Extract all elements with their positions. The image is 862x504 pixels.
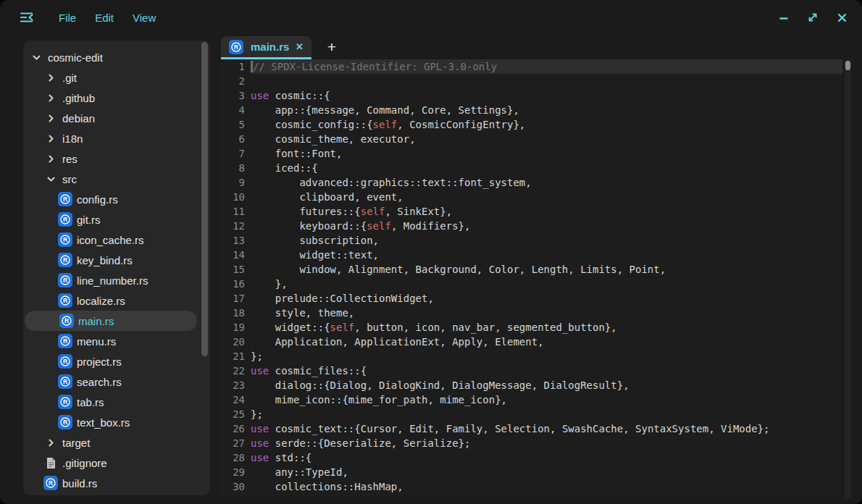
- code-line-4[interactable]: 4 app::{message, Command, Core, Settings…: [221, 103, 842, 117]
- code-line-21[interactable]: 21};: [221, 349, 842, 364]
- code-line-7[interactable]: 7 font::Font,: [221, 146, 842, 161]
- sidebar-item-main-rs[interactable]: Rmain.rs: [25, 311, 197, 331]
- window-controls: [769, 5, 856, 30]
- code-editor[interactable]: 1// SPDX-License-Identifier: GPL-3.0-onl…: [221, 59, 842, 498]
- line-number: 30: [221, 479, 251, 494]
- code-line-26[interactable]: 26use cosmic_text::{Cursor, Edit, Family…: [221, 421, 842, 436]
- line-number: 18: [221, 306, 251, 320]
- sidebar-item-build-rs[interactable]: Rbuild.rs: [23, 473, 197, 493]
- sidebar-item-i18n[interactable]: i18n: [23, 128, 197, 148]
- line-number: 5: [221, 117, 251, 132]
- rust-file-icon: R: [58, 212, 72, 227]
- sidebar-item-project-rs[interactable]: Rproject.rs: [23, 351, 197, 371]
- code-line-19[interactable]: 19 widget::{self, button, icon, nav_bar,…: [221, 320, 842, 335]
- code-text: [251, 74, 842, 88]
- editor-scrollbar-thumb[interactable]: [845, 61, 850, 70]
- code-line-27[interactable]: 27use serde::{Deserialize, Serialize};: [221, 436, 842, 450]
- code-text: cosmic_config::{self, CosmicConfigEntry}…: [251, 117, 842, 132]
- line-number: 2: [221, 74, 251, 88]
- sidebar-item-tab-rs[interactable]: Rtab.rs: [23, 392, 197, 412]
- editor-scrollbar-track[interactable]: [845, 59, 851, 498]
- sidebar-item-target[interactable]: target: [23, 432, 197, 453]
- code-line-9[interactable]: 9 advanced::graphics::text::font_system,: [221, 175, 842, 190]
- sidebar-item-git[interactable]: .git: [23, 67, 197, 88]
- sidebar-item-res[interactable]: res: [23, 148, 197, 169]
- sidebar-item-localize-rs[interactable]: Rlocalize.rs: [23, 290, 197, 311]
- chevron-right-icon[interactable]: [43, 151, 58, 166]
- collapse-sidebar-icon[interactable]: [17, 8, 36, 27]
- code-line-2[interactable]: 2: [221, 74, 842, 88]
- chevron-right-icon[interactable]: [43, 91, 58, 105]
- sidebar-item-label: search.rs: [77, 376, 122, 388]
- line-number: 27: [221, 436, 251, 450]
- sidebar-item-label: text_box.rs: [77, 416, 130, 429]
- code-line-14[interactable]: 14 widget::text,: [221, 248, 842, 262]
- minimize-button[interactable]: [769, 5, 798, 30]
- sidebar-item-key-bind-rs[interactable]: Rkey_bind.rs: [23, 250, 197, 270]
- code-line-13[interactable]: 13 subscription,: [221, 233, 842, 248]
- sidebar-item-menu-rs[interactable]: Rmenu.rs: [23, 331, 197, 351]
- line-number: 11: [221, 204, 251, 219]
- sidebar-item-config-rs[interactable]: Rconfig.rs: [23, 189, 197, 209]
- code-line-8[interactable]: 8 iced::{: [221, 161, 842, 175]
- sidebar-scrollbar-thumb[interactable]: [201, 42, 208, 356]
- code-line-23[interactable]: 23 dialog::{Dialog, DialogKind, DialogMe…: [221, 378, 842, 392]
- code-line-17[interactable]: 17 prelude::CollectionWidget,: [221, 291, 842, 306]
- code-line-16[interactable]: 16 },: [221, 277, 842, 291]
- code-line-28[interactable]: 28use std::{: [221, 450, 842, 465]
- code-line-15[interactable]: 15 window, Alignment, Background, Color,…: [221, 262, 842, 277]
- code-line-20[interactable]: 20 Application, ApplicationExt, Apply, E…: [221, 335, 842, 349]
- app-window: FileEditView cosmic-edit.git: [0, 0, 862, 504]
- code-text: Application, ApplicationExt, Apply, Elem…: [251, 335, 842, 349]
- chevron-right-icon[interactable]: [43, 435, 58, 450]
- svg-text:R: R: [63, 277, 67, 284]
- sidebar-item-cosmic-edit[interactable]: cosmic-edit: [23, 47, 197, 67]
- svg-text:R: R: [64, 317, 69, 324]
- maximize-button[interactable]: [798, 5, 827, 30]
- code-line-6[interactable]: 6 cosmic_theme, executor,: [221, 132, 842, 146]
- code-line-22[interactable]: 22use cosmic_files::{: [221, 364, 842, 378]
- new-tab-button[interactable]: +: [322, 38, 341, 56]
- chevron-right-icon[interactable]: [43, 111, 58, 125]
- close-button[interactable]: [827, 5, 856, 30]
- code-line-12[interactable]: 12 keyboard::{self, Modifiers},: [221, 219, 842, 233]
- menu-edit[interactable]: Edit: [85, 7, 123, 28]
- sidebar-item-git-rs[interactable]: Rgit.rs: [23, 209, 197, 230]
- line-number: 29: [221, 465, 251, 479]
- code-line-3[interactable]: 3use cosmic::{: [221, 88, 842, 103]
- sidebar-item-icon-cache-rs[interactable]: Ricon_cache.rs: [23, 230, 197, 250]
- code-text: collections::HashMap,: [251, 479, 842, 494]
- tab-main-rs[interactable]: Rmain.rs✕: [221, 36, 311, 57]
- line-number: 1: [221, 59, 251, 74]
- sidebar-item-search-rs[interactable]: Rsearch.rs: [23, 371, 197, 392]
- sidebar-item-src[interactable]: src: [23, 169, 197, 189]
- chevron-down-icon[interactable]: [29, 50, 43, 64]
- code-line-25[interactable]: 25};: [221, 407, 842, 421]
- rust-file-icon: R: [58, 273, 72, 287]
- code-line-18[interactable]: 18 style, theme,: [221, 306, 842, 320]
- chevron-right-icon[interactable]: [43, 131, 58, 146]
- code-line-5[interactable]: 5 cosmic_config::{self, CosmicConfigEntr…: [221, 117, 842, 132]
- sidebar-item-label: i18n: [62, 133, 83, 145]
- sidebar-item-github[interactable]: .github: [23, 88, 197, 108]
- rust-file-icon: R: [59, 314, 74, 328]
- sidebar-item-label: project.rs: [77, 356, 122, 368]
- code-line-24[interactable]: 24 mime_icon::{mime_for_path, mime_icon}…: [221, 392, 842, 407]
- sidebar-item-gitignore[interactable]: .gitignore: [23, 453, 197, 473]
- code-line-11[interactable]: 11 futures::{self, SinkExt},: [221, 204, 842, 219]
- sidebar-item-text-box-rs[interactable]: Rtext_box.rs: [23, 412, 197, 432]
- sidebar-item-debian[interactable]: debian: [23, 108, 197, 128]
- sidebar-item-line-number-rs[interactable]: Rline_number.rs: [23, 270, 197, 290]
- code-text: // SPDX-License-Identifier: GPL-3.0-only: [251, 59, 842, 74]
- tab-close-icon[interactable]: ✕: [296, 42, 304, 51]
- code-line-30[interactable]: 30 collections::HashMap,: [221, 479, 842, 494]
- code-line-10[interactable]: 10 clipboard, event,: [221, 190, 842, 204]
- chevron-down-icon[interactable]: [43, 172, 58, 186]
- menu-view[interactable]: View: [123, 7, 165, 28]
- line-number: 22: [221, 364, 251, 378]
- sidebar-item-label: src: [62, 173, 77, 185]
- chevron-right-icon[interactable]: [43, 70, 58, 85]
- code-line-29[interactable]: 29 any::TypeId,: [221, 465, 842, 479]
- code-line-1[interactable]: 1// SPDX-License-Identifier: GPL-3.0-onl…: [221, 59, 842, 74]
- menu-file[interactable]: File: [49, 7, 85, 28]
